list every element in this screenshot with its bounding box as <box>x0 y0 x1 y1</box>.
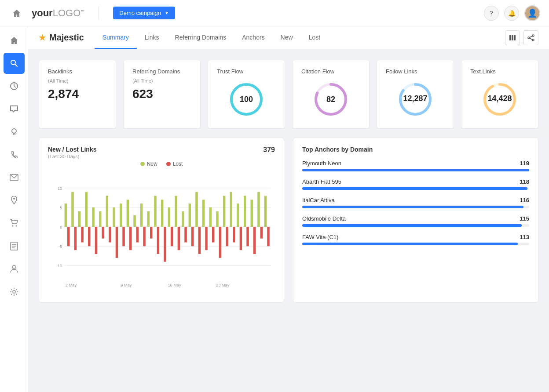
nav-tabs: Summary Links Referring Domains Anchors … <box>95 26 328 49</box>
svg-rect-71 <box>168 207 170 227</box>
svg-rect-84 <box>212 227 214 242</box>
svg-rect-59 <box>127 200 129 227</box>
anchor-bar-track <box>302 243 529 245</box>
svg-rect-97 <box>257 192 260 227</box>
page-content: Backlinks (All Time) 2,874 Referring Dom… <box>28 49 549 392</box>
sidebar-item-location[interactable] <box>4 190 25 211</box>
svg-text:2 May: 2 May <box>66 283 77 287</box>
svg-rect-55 <box>113 207 115 227</box>
anchor-bar-fill <box>302 169 529 171</box>
svg-rect-43 <box>71 192 73 227</box>
metric-follow-links: Follow Links 12,287 <box>377 60 454 129</box>
anchor-count: 118 <box>520 178 529 185</box>
sidebar-item-search[interactable] <box>4 53 25 74</box>
svg-rect-80 <box>198 227 201 254</box>
brand-name: ★ Majestic <box>39 33 84 43</box>
svg-rect-57 <box>120 203 122 227</box>
anchor-count: 119 <box>520 160 529 167</box>
bell-icon: 🔔 <box>508 10 516 17</box>
share-button[interactable] <box>523 30 538 45</box>
notification-button[interactable]: 🔔 <box>504 6 519 21</box>
chart-total: 379 <box>263 146 275 154</box>
svg-rect-96 <box>253 227 256 254</box>
svg-rect-58 <box>122 227 124 246</box>
svg-line-1 <box>15 64 17 66</box>
svg-rect-56 <box>116 227 118 258</box>
svg-rect-14 <box>509 35 511 40</box>
home-icon[interactable] <box>9 5 25 21</box>
svg-text:10: 10 <box>58 186 62 191</box>
svg-line-20 <box>530 36 532 37</box>
trust-flow-gauge: 100 <box>217 78 276 120</box>
chart-legend: New Lost <box>48 161 275 167</box>
svg-rect-53 <box>106 196 108 227</box>
citation-flow-value: 82 <box>326 95 335 104</box>
follow-links-value: 12,287 <box>403 94 427 103</box>
text-links-gauge: 14,428 <box>470 78 529 120</box>
svg-rect-46 <box>81 227 83 242</box>
sidebar-item-analytics[interactable] <box>4 76 25 97</box>
sidebar-item-cart[interactable] <box>4 213 25 234</box>
svg-rect-49 <box>92 207 94 227</box>
legend-new-label: New <box>147 161 157 167</box>
header-divider <box>99 7 99 20</box>
top-header: yourLOGO™ Demo campaign ▼ ? 🔔 👤 <box>0 0 549 26</box>
sidebar-item-phone[interactable] <box>4 144 25 165</box>
follow-links-title: Follow Links <box>386 68 445 75</box>
svg-rect-85 <box>216 211 218 227</box>
metric-citation-flow: Citation Flow 82 <box>292 60 370 129</box>
svg-text:23 May: 23 May <box>216 283 230 287</box>
svg-point-19 <box>532 39 534 41</box>
campaign-button[interactable]: Demo campaign ▼ <box>113 7 175 19</box>
anchors-title: Top Anchors by Domain <box>302 146 529 153</box>
tab-referring-domains[interactable]: Referring Domains <box>167 27 234 49</box>
svg-rect-63 <box>140 203 143 227</box>
sidebar-item-insights[interactable] <box>4 121 25 142</box>
sidebar-item-reports[interactable] <box>4 236 25 257</box>
sidebar-item-email[interactable] <box>4 167 25 188</box>
anchors-list: Plymouth Neon 119 Abarth Fiat 595 118 It… <box>302 160 529 245</box>
sidebar-item-settings[interactable] <box>4 281 25 302</box>
anchor-count: 116 <box>520 197 529 203</box>
anchor-bar-fill <box>302 187 527 190</box>
svg-rect-67 <box>154 196 156 227</box>
anchor-row: Plymouth Neon 119 <box>302 160 529 171</box>
svg-rect-100 <box>267 227 269 246</box>
bottom-row: New / Lost Links (Last 30 Days) 379 New … <box>39 138 538 303</box>
svg-rect-86 <box>219 227 221 258</box>
svg-point-18 <box>528 37 530 39</box>
tab-links[interactable]: Links <box>137 27 167 49</box>
sidebar-item-home[interactable] <box>4 30 25 51</box>
tab-new[interactable]: New <box>273 27 301 49</box>
anchor-row: Abarth Fiat 595 118 <box>302 178 529 190</box>
anchor-bar-track <box>302 187 529 190</box>
help-icon: ? <box>490 10 493 17</box>
sidebar-item-chat[interactable] <box>4 98 25 120</box>
columns-button[interactable] <box>505 30 520 45</box>
svg-rect-64 <box>143 227 145 246</box>
avatar[interactable]: 👤 <box>524 5 540 21</box>
svg-point-5 <box>13 198 15 200</box>
trust-flow-title: Trust Flow <box>217 68 276 75</box>
tab-summary[interactable]: Summary <box>95 27 137 49</box>
svg-rect-75 <box>182 211 184 227</box>
svg-rect-93 <box>244 196 246 227</box>
sidebar-item-user[interactable] <box>4 258 25 279</box>
svg-rect-77 <box>189 203 191 227</box>
svg-rect-54 <box>109 227 111 242</box>
metric-text-links: Text Links 14,428 <box>461 60 538 129</box>
tab-anchors[interactable]: Anchors <box>234 27 272 49</box>
chart-card: New / Lost Links (Last 30 Days) 379 New … <box>39 138 284 303</box>
svg-rect-76 <box>184 227 187 242</box>
brand-label: Majestic <box>49 33 84 43</box>
chart-title: New / Lost Links <box>48 146 96 153</box>
svg-text:-5: -5 <box>59 244 62 249</box>
text-links-title: Text Links <box>470 68 529 75</box>
anchor-row-header: FAW Vita (C1) 113 <box>302 234 529 240</box>
tab-lost[interactable]: Lost <box>301 27 328 49</box>
help-button[interactable]: ? <box>484 6 499 21</box>
chart-header: New / Lost Links (Last 30 Days) 379 <box>48 146 275 159</box>
svg-point-12 <box>12 265 16 269</box>
anchor-bar-fill <box>302 224 522 227</box>
anchor-row: Oldsmobile Delta 115 <box>302 215 529 227</box>
